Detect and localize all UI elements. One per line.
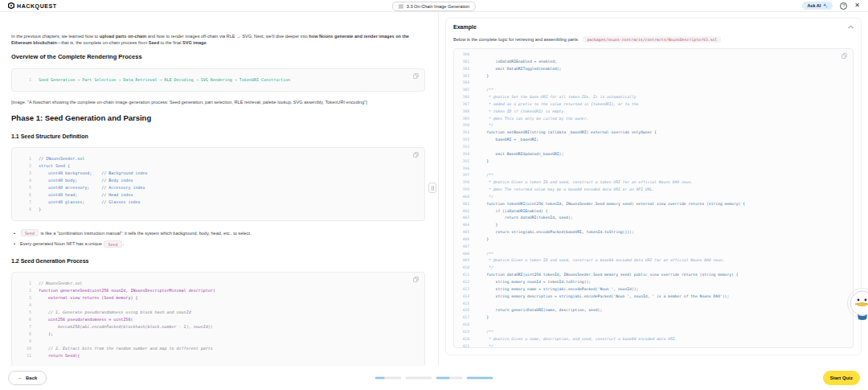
panel-divider bbox=[438, 13, 439, 366]
copy-icon[interactable] bbox=[413, 73, 419, 79]
lesson-progress-indicator bbox=[375, 377, 493, 380]
sparkle-icon bbox=[823, 3, 828, 8]
main-content: In the previous chapters, we learned how… bbox=[0, 13, 868, 390]
ask-ai-button[interactable]: Ask AI bbox=[802, 2, 833, 10]
lesson-selector[interactable]: 3.3 On-Chain Image Generation bbox=[392, 2, 476, 11]
section-1-2-heading: 1.2 Seed Generation Process bbox=[11, 258, 425, 264]
phase-heading: Phase 1: Seed Generation and Parsing bbox=[11, 113, 425, 122]
hackquest-logo[interactable]: HACKQUEST bbox=[8, 2, 57, 9]
back-button[interactable]: ← Back bbox=[8, 371, 47, 385]
hackquest-logo-icon bbox=[8, 2, 14, 9]
start-quiz-button[interactable]: Start Quiz bbox=[823, 371, 860, 385]
topbar-actions: Ask AI ? ✕ bbox=[802, 2, 860, 10]
top-bar: HACKQUEST 3.3 On-Chain Image Generation … bbox=[0, 0, 868, 12]
mascot-assistant-button[interactable] bbox=[844, 286, 868, 323]
copy-icon[interactable] bbox=[841, 53, 847, 59]
contract-code-block: 380 381 isDataURIEnabled = enabled;382 e… bbox=[453, 48, 854, 348]
overview-heading: Overview of the Complete Rendering Proce… bbox=[11, 53, 425, 60]
ask-ai-label: Ask AI bbox=[807, 3, 821, 8]
list-item: Every generated Noun NFT has a unique Se… bbox=[11, 240, 425, 247]
panel-resize-handle[interactable] bbox=[428, 183, 436, 193]
example-title: Example bbox=[453, 24, 477, 30]
progress-segment bbox=[375, 377, 402, 380]
contract-path-chip: packages/nouns-contracts/contracts/Nouns… bbox=[583, 36, 721, 43]
tutorial-panel: In the previous chapters, we learned how… bbox=[0, 13, 439, 390]
back-label: Back bbox=[26, 376, 37, 380]
image-placeholder-note: [image: "A flowchart showing the complet… bbox=[11, 99, 425, 105]
intro-paragraph: In the previous chapters, we learned how… bbox=[11, 33, 425, 46]
example-panel: Example Below is the complete logic for … bbox=[439, 13, 868, 390]
progress-segment bbox=[406, 377, 432, 380]
close-icon[interactable]: ✕ bbox=[854, 2, 860, 9]
example-description-row: Below is the complete logic for retrievi… bbox=[453, 36, 854, 43]
list-item: Seed is like a "combination instruction … bbox=[11, 230, 425, 236]
lesson-page: HACKQUEST 3.3 On-Chain Image Generation … bbox=[0, 0, 868, 390]
progress-segment bbox=[436, 377, 463, 380]
help-icon[interactable]: ? bbox=[840, 2, 847, 10]
example-card: Example Below is the complete logic for … bbox=[445, 18, 862, 355]
chevron-up-icon[interactable] bbox=[848, 25, 854, 29]
progress-segment bbox=[467, 377, 493, 380]
seed-bullet-list: Seed is like a "combination instruction … bbox=[11, 230, 425, 248]
generate-seed-code-block: 1// NounsSeeder.sol2function generateSee… bbox=[11, 272, 425, 367]
example-header: Example bbox=[453, 24, 854, 30]
copy-icon[interactable] bbox=[413, 277, 419, 282]
back-arrow-icon: ← bbox=[18, 376, 23, 380]
section-1-1-heading: 1.1 Seed Structure Definition bbox=[11, 133, 425, 139]
lesson-list-icon bbox=[399, 4, 403, 9]
seed-struct-code-block: 1// INounsSeeder.sol2struct Seed {3 uint… bbox=[11, 147, 425, 221]
lesson-pill-label: 3.3 On-Chain Image Generation bbox=[407, 4, 469, 9]
example-description: Below is the complete logic for retrievi… bbox=[453, 37, 579, 42]
logo-text: HACKQUEST bbox=[17, 3, 57, 9]
footer-bar: ← Back Start Quiz bbox=[0, 366, 868, 390]
copy-icon[interactable] bbox=[413, 152, 419, 158]
flow-code-block: 1Seed Generation → Part Selection → Data… bbox=[11, 68, 425, 92]
